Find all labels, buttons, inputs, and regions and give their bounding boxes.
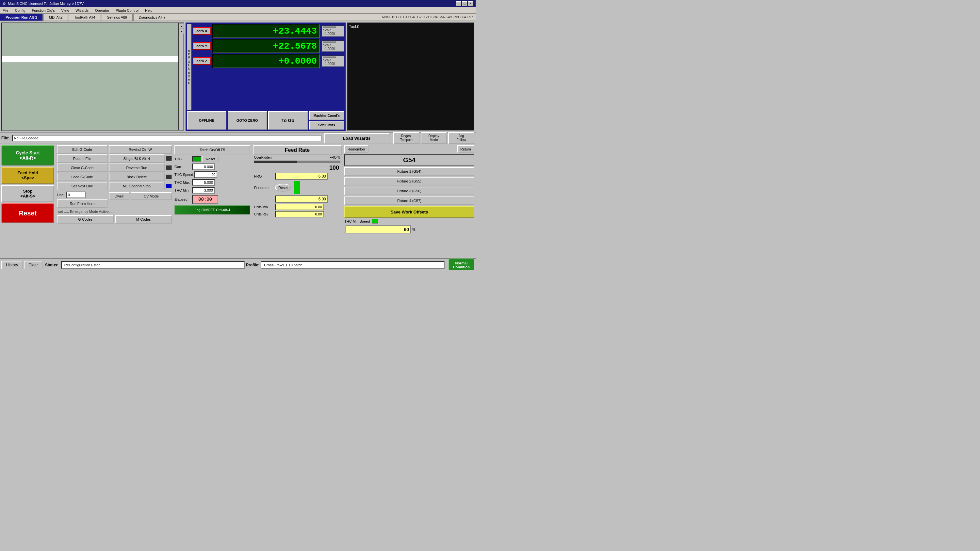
jog-on-off-button[interactable]: Jog ON/OFF Ctrl-Alt-J bbox=[175, 205, 250, 214]
clear-button[interactable]: Clear bbox=[24, 261, 43, 269]
fixture4-button[interactable]: Fixture 4 (G57) bbox=[344, 197, 474, 205]
machine-coords-button[interactable]: Machine Coord's bbox=[309, 111, 345, 120]
scale-label-y: Scale bbox=[323, 43, 343, 47]
history-button[interactable]: History bbox=[1, 261, 22, 269]
units-rev-input[interactable] bbox=[275, 211, 324, 218]
normal-condition-button[interactable]: Normal Condition bbox=[449, 259, 474, 270]
block-delete-button[interactable]: Block Delete bbox=[109, 173, 165, 181]
to-go-button[interactable]: To Go bbox=[268, 111, 308, 130]
zero-y-button[interactable]: Zero Y bbox=[193, 42, 211, 50]
feed-rate-header: Feed Rate bbox=[253, 145, 342, 155]
close-gcode-button[interactable]: Close G-Code bbox=[57, 164, 108, 172]
percent-sign: % bbox=[412, 227, 415, 232]
units-min-input[interactable] bbox=[275, 204, 324, 210]
goto-zero-button[interactable]: GOTO ZERO bbox=[228, 111, 267, 130]
menu-view[interactable]: View bbox=[60, 8, 70, 13]
tool-display: Tool:0 bbox=[347, 22, 474, 131]
percent-input[interactable] bbox=[345, 225, 411, 233]
elapsed-row: Elapsed 00:00 bbox=[175, 195, 250, 204]
thc-min-value[interactable] bbox=[192, 187, 215, 194]
m1-optional-button[interactable]: M1 Optional Stop bbox=[109, 182, 165, 190]
torch-button[interactable]: Torch On/Off F5 bbox=[175, 145, 250, 154]
line-input[interactable] bbox=[66, 192, 86, 198]
tab-settings[interactable]: Settings Alt6 bbox=[102, 14, 133, 21]
stop-button[interactable]: Stop <Alt-S> bbox=[1, 185, 54, 202]
regen-toolpath-button[interactable]: Regen. Toolpath bbox=[393, 132, 420, 144]
file-input[interactable] bbox=[12, 135, 321, 141]
dro-value-z: +0.0000 bbox=[212, 54, 320, 68]
feedrate-value-input bbox=[275, 195, 328, 203]
soft-limits-button[interactable]: Soft Limits bbox=[309, 121, 345, 130]
maximize-button[interactable]: □ bbox=[462, 1, 467, 6]
feedrate-row: Feedrate Reset bbox=[253, 181, 342, 195]
single-blk-button[interactable]: Single BLK Alt-N bbox=[109, 154, 165, 163]
rewind-button[interactable]: Rewind Ctrl-W bbox=[109, 145, 172, 154]
mc-left: Edit G-Code Recent File Close G-Code Loa… bbox=[57, 145, 108, 208]
thc-toggle[interactable] bbox=[192, 156, 201, 162]
title-bar-controls[interactable]: _ □ ✕ bbox=[456, 1, 473, 6]
menu-help[interactable]: Help bbox=[144, 8, 154, 13]
offline-button[interactable]: OFFLINE bbox=[187, 111, 226, 130]
display-mode-button[interactable]: Display Mode bbox=[421, 132, 447, 144]
menu-function-cfgs[interactable]: Function Cfg's bbox=[31, 8, 56, 13]
return-button[interactable]: Return bbox=[457, 145, 474, 153]
cv-mode-button[interactable]: CV Mode bbox=[130, 192, 172, 200]
feedrate-reset-button[interactable]: Reset bbox=[275, 184, 291, 192]
title-text: Mach3 CNC Licensed To: Julian McIntyre 1… bbox=[8, 2, 84, 6]
menu-config[interactable]: Config bbox=[14, 8, 27, 13]
scale-bar-x bbox=[323, 27, 336, 28]
load-gcode-button[interactable]: Load G-Code bbox=[57, 173, 108, 181]
fixture2-button[interactable]: Fixture 2 (G55) bbox=[344, 177, 474, 186]
feed-hold-button[interactable]: Feed Hold <Spc> bbox=[1, 167, 54, 184]
menu-operator[interactable]: Operator bbox=[94, 8, 110, 13]
reset-button[interactable]: Reset bbox=[1, 203, 54, 223]
load-wizards-button[interactable]: Load Wizards bbox=[324, 133, 390, 143]
zero-x-button[interactable]: Zero X bbox=[193, 27, 211, 35]
thc-max-value[interactable] bbox=[192, 179, 215, 186]
gcode-scrollbar-y[interactable]: ▲ ▼ bbox=[178, 23, 184, 130]
tab-program-run[interactable]: Program Run Alt-1 bbox=[0, 14, 43, 21]
reverse-run-button[interactable]: Reverse Run bbox=[109, 164, 165, 172]
fro-input[interactable] bbox=[275, 173, 328, 180]
minimize-button[interactable]: _ bbox=[456, 1, 461, 6]
dro-value-x: +23.4443 bbox=[212, 24, 320, 38]
dro-rows: Zero X +23.4443 Scale +1.0000 Zero Y +22… bbox=[193, 24, 345, 110]
menu-plugin-control[interactable]: PlugIn Control bbox=[115, 8, 140, 13]
menu-wizards[interactable]: Wizards bbox=[74, 8, 90, 13]
line-row: Line: bbox=[57, 191, 108, 199]
menu-file[interactable]: File bbox=[1, 8, 10, 13]
recent-file-button[interactable]: Recent File bbox=[57, 154, 108, 163]
units-rev-label: Units/Rev bbox=[254, 213, 274, 216]
rewind-row: Rewind Ctrl-W bbox=[109, 145, 172, 154]
scale-box-x: Scale +1.0000 bbox=[321, 25, 344, 37]
tab-mdi[interactable]: MDI Alt2 bbox=[43, 14, 68, 21]
gcode-scroll-down[interactable]: ▼ bbox=[179, 29, 184, 34]
override-row: OverRidden FRO % bbox=[253, 155, 342, 160]
tab-toolpath[interactable]: ToolPath Alt4 bbox=[68, 14, 100, 21]
m-codes-button[interactable]: M-Codes bbox=[115, 215, 172, 224]
fixture3-button[interactable]: Fixture 3 (G56) bbox=[344, 187, 474, 195]
thc-speed-indicator bbox=[372, 219, 378, 224]
main-area: ▲ ▼ REF ALL HOME Zero X +23.444 bbox=[0, 21, 476, 270]
thc-reset-button[interactable]: Reset bbox=[202, 156, 218, 162]
cycle-start-button[interactable]: Cycle Start <Alt-R> bbox=[1, 145, 54, 165]
units-rev-row: Units/Rev bbox=[253, 211, 342, 218]
zero-z-button[interactable]: Zero Z bbox=[193, 57, 211, 65]
set-next-line-button[interactable]: Set Next Line bbox=[57, 182, 108, 190]
dwell-button[interactable]: Dwell bbox=[109, 192, 129, 200]
fixture1-button[interactable]: Fixture 1 (G54) bbox=[344, 167, 474, 176]
g-codes-button[interactable]: G-Codes bbox=[57, 215, 114, 224]
close-button[interactable]: ✕ bbox=[468, 1, 473, 6]
save-offsets-button[interactable]: Save Work Offsets bbox=[344, 206, 474, 218]
gcode-status: Mill>G15 G80 G17 G40 G20 G90 G94 G54 G49… bbox=[382, 15, 476, 19]
menu-bar: File Config Function Cfg's View Wizards … bbox=[0, 7, 476, 14]
remember-button[interactable]: Remember bbox=[344, 145, 369, 153]
run-from-here-button[interactable]: Run From Here bbox=[57, 199, 108, 208]
edit-gcode-button[interactable]: Edit G-Code bbox=[57, 145, 108, 154]
dwell-row: Dwell CV Mode bbox=[109, 192, 172, 200]
thc-speed-label: THC Speed bbox=[175, 173, 193, 176]
tab-diagnostics[interactable]: Diagnostics Alt-7 bbox=[133, 14, 171, 21]
gcode-scroll-up[interactable]: ▲ bbox=[179, 24, 184, 29]
curr-label: Curr: bbox=[175, 165, 191, 169]
jog-follow-button[interactable]: Jog Follow bbox=[448, 132, 474, 144]
